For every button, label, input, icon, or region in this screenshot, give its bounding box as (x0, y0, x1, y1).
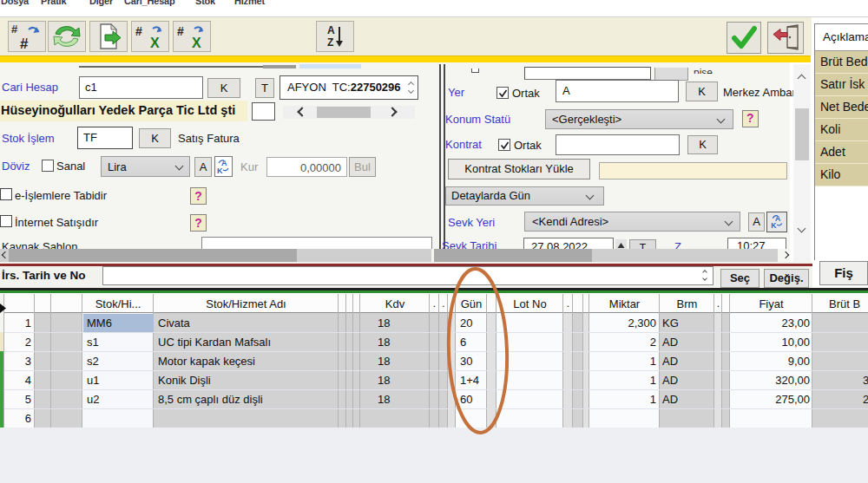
svg-text:A: A (327, 24, 335, 36)
svg-text:#: # (11, 23, 18, 36)
svg-text:#: # (20, 36, 29, 51)
svg-text:X: X (150, 36, 160, 50)
svg-text:X: X (192, 36, 201, 50)
svg-text:#: # (177, 24, 184, 38)
svg-text:Z: Z (327, 36, 333, 49)
svg-text:K: K (771, 221, 777, 230)
svg-text:K: K (217, 166, 223, 175)
svg-text:#: # (135, 24, 142, 38)
